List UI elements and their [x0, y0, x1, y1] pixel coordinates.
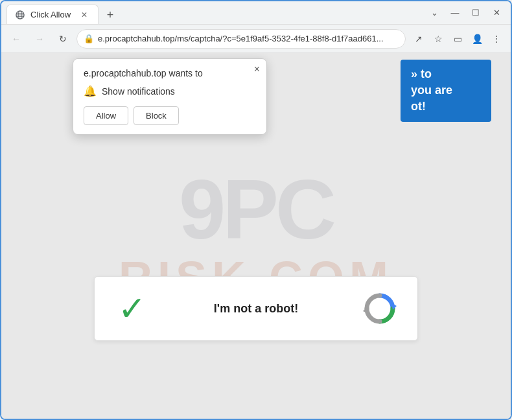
back-button[interactable]: ← [6, 29, 26, 49]
address-bar: ← → ↻ 🔒 e.procaptchahub.top/ms/captcha/?… [1, 25, 511, 53]
popup-close-button[interactable]: × [254, 64, 260, 75]
forward-button[interactable]: → [30, 29, 49, 49]
notification-popup: × e.procaptchahub.top wants to 🔔 Show no… [73, 58, 267, 135]
bell-icon: 🔔 [84, 85, 97, 97]
url-text: e.procaptchahub.top/ms/captcha/?c=5e1f9a… [98, 34, 399, 43]
promo-box: » to you are ot! [401, 60, 491, 122]
new-tab-button[interactable]: + [101, 6, 119, 24]
title-bar: Click Allow ✕ + ⌄ — ☐ ✕ [1, 1, 511, 25]
popup-notification-text: Show notifications [102, 86, 175, 97]
tab-close-button[interactable]: ✕ [78, 9, 90, 21]
sidebar-toggle-button[interactable]: ▭ [448, 30, 467, 48]
promo-line2: you are [411, 82, 481, 99]
popup-title: e.procaptchahub.top wants to [84, 68, 256, 78]
checkmark-area: ✓ [113, 292, 152, 325]
profile-button[interactable]: 👤 [468, 30, 486, 48]
tab-favicon [15, 10, 25, 20]
allow-button[interactable]: Allow [84, 106, 128, 125]
recaptcha-logo [360, 292, 399, 325]
chevron-down-button[interactable]: ⌄ [425, 4, 443, 22]
minimize-button[interactable]: — [446, 4, 464, 22]
maximize-button[interactable]: ☐ [467, 4, 485, 22]
menu-button[interactable]: ⋮ [487, 30, 506, 48]
tab-title: Click Allow [30, 10, 71, 19]
lock-icon: 🔒 [84, 34, 94, 43]
block-button[interactable]: Block [134, 106, 179, 125]
robot-label: I'm not a robot! [152, 302, 360, 316]
bookmark-button[interactable]: ☆ [429, 30, 447, 48]
reload-button[interactable]: ↻ [53, 29, 73, 49]
url-field[interactable]: 🔒 e.procaptchahub.top/ms/captcha/?c=5e1f… [76, 29, 406, 49]
page-content: 9PC RISK.COM » to you are ot! × e.procap… [1, 53, 511, 419]
popup-notification-row: 🔔 Show notifications [84, 85, 256, 97]
close-button[interactable]: ✕ [487, 4, 506, 22]
window-controls: ⌄ — ☐ ✕ [425, 4, 506, 22]
active-tab[interactable]: Click Allow ✕ [6, 5, 99, 24]
promo-line3: ot! [411, 99, 481, 115]
share-button[interactable]: ↗ [410, 30, 428, 48]
popup-buttons: Allow Block [84, 106, 256, 125]
robot-check-box: ✓ I'm not a robot! [94, 276, 418, 341]
browser-window: Click Allow ✕ + ⌄ — ☐ ✕ ← → ↻ 🔒 e.procap… [0, 0, 512, 420]
tab-area: Click Allow ✕ + [6, 1, 421, 24]
watermark-top-text: 9PC [179, 167, 333, 251]
green-checkmark-icon: ✓ [118, 292, 146, 325]
promo-line1: » to [411, 66, 481, 82]
browser-menu-buttons: ↗ ☆ ▭ 👤 ⋮ [410, 30, 506, 48]
